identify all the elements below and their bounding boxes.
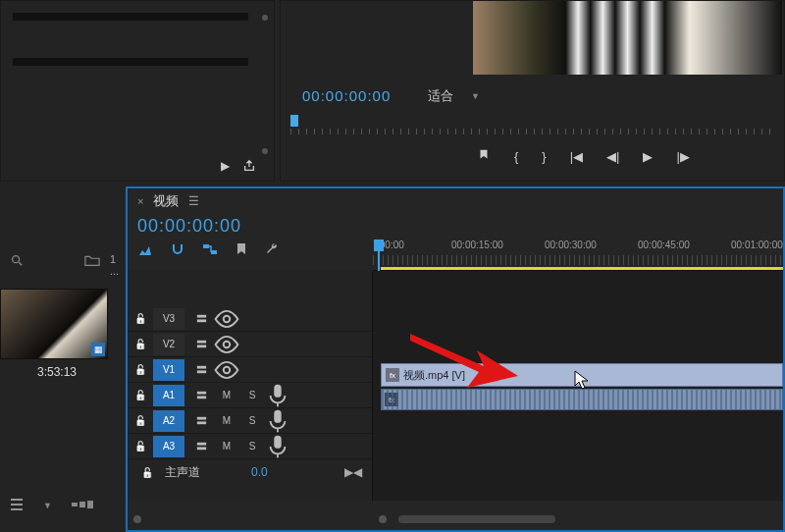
lock-icon[interactable] (128, 306, 153, 332)
sync-lock-icon[interactable] (188, 357, 214, 383)
transport-controls: { } |◀ ◀| ▶ |▶ (477, 148, 690, 165)
sequence-title[interactable]: 视频 (153, 192, 179, 210)
track-header-v1[interactable]: V1 (128, 357, 372, 383)
master-track-header[interactable]: 🔓 主声道 0.0 ▶◀ (128, 459, 372, 485)
settings-wrench-icon[interactable] (265, 242, 279, 259)
lock-icon[interactable] (128, 383, 153, 408)
voice-over-mic-icon[interactable] (265, 434, 290, 459)
mark-in-button[interactable]: { (514, 149, 518, 164)
track-label[interactable]: A2 (153, 410, 184, 432)
scroll-end-left[interactable] (133, 515, 141, 523)
lock-icon[interactable] (128, 357, 153, 383)
collapse-icon[interactable]: ▶◀ (344, 465, 362, 479)
step-back-button[interactable]: ◀| (606, 149, 619, 164)
toggle-output-eye-icon[interactable] (214, 332, 239, 357)
nest-sequence-icon[interactable] (137, 242, 153, 259)
svg-point-14 (224, 366, 231, 373)
svg-rect-6 (196, 315, 205, 318)
voice-over-mic-icon[interactable] (265, 408, 290, 434)
go-to-in-button[interactable]: |◀ (570, 149, 583, 164)
toggle-output-eye-icon[interactable] (214, 357, 239, 383)
timeline-horizontal-scrollbar[interactable] (128, 512, 783, 526)
fx-badge-icon[interactable]: fx (386, 368, 399, 382)
scroll-end-right[interactable] (379, 515, 387, 523)
project-clip-thumbnail[interactable]: ▦ (0, 289, 108, 359)
master-label: 主声道 (165, 464, 200, 481)
scrubber-handle[interactable] (290, 115, 298, 127)
program-scrubber[interactable] (290, 115, 774, 134)
ruler-tick-label: 00:00:15:00 (451, 239, 503, 250)
lock-icon[interactable]: 🔓 (141, 467, 153, 478)
track-label[interactable]: A1 (153, 385, 184, 406)
item-count-label: 1 ... (110, 253, 123, 277)
svg-rect-1 (72, 503, 78, 506)
svg-rect-3 (87, 501, 93, 508)
track-label[interactable]: V1 (153, 359, 184, 381)
step-forward-button[interactable]: |▶ (676, 149, 689, 164)
folder-icon[interactable] (84, 253, 100, 270)
lock-icon[interactable] (128, 332, 153, 357)
track-header-v3[interactable]: V3 (128, 306, 372, 332)
timeline-timecode[interactable]: 00:00:00:00 (128, 212, 783, 237)
tracks-content-area[interactable]: fx 视频.mp4 [V] fx (373, 271, 783, 501)
video-clip[interactable]: fx 视频.mp4 [V] (381, 363, 783, 387)
linked-selection-icon[interactable] (202, 242, 218, 259)
program-timecode[interactable]: 00:00:00:00 (302, 87, 391, 104)
track-label[interactable]: A3 (153, 436, 184, 457)
panel-strip (13, 58, 248, 66)
project-panel: 1 ... ▦ 3:53:13 ▼ (0, 186, 123, 520)
panel-menu-icon[interactable]: ☰ (188, 194, 199, 208)
panel-strip (13, 13, 248, 21)
thumbnail-slider-icon[interactable] (72, 499, 93, 512)
lock-icon[interactable] (128, 434, 153, 459)
sync-lock-icon[interactable] (188, 306, 214, 332)
search-icon[interactable] (10, 253, 24, 270)
audio-clip[interactable]: fx (381, 389, 783, 410)
svg-rect-9 (196, 341, 205, 344)
solo-button[interactable]: S (239, 434, 265, 459)
track-header-a3[interactable]: A3 M S (128, 434, 372, 459)
chevron-down-icon: ▼ (471, 91, 480, 101)
track-header-v2[interactable]: V2 (128, 332, 372, 357)
voice-over-mic-icon[interactable] (265, 383, 290, 408)
mark-out-button[interactable]: } (542, 149, 546, 164)
scroll-marker[interactable] (262, 15, 268, 21)
play-button[interactable]: ▶ (643, 149, 653, 164)
sync-lock-icon[interactable] (188, 383, 214, 408)
solo-button[interactable]: S (239, 408, 265, 434)
svg-rect-4 (203, 244, 209, 248)
track-label[interactable]: V3 (153, 308, 184, 330)
ruler-tick-label: 00:00:30:00 (545, 239, 597, 250)
sync-lock-icon[interactable] (188, 408, 214, 434)
export-icon[interactable] (242, 159, 256, 173)
toggle-output-eye-icon[interactable] (214, 306, 239, 332)
add-marker-button[interactable] (477, 148, 491, 165)
svg-rect-12 (196, 366, 205, 369)
track-label[interactable]: V2 (153, 334, 184, 355)
fit-label: 适合 (428, 87, 453, 105)
track-header-a1[interactable]: A1 M S (128, 383, 372, 408)
svg-rect-13 (196, 370, 205, 373)
solo-button[interactable]: S (239, 383, 265, 408)
marker-icon[interactable] (236, 242, 247, 259)
audio-waveform (382, 390, 782, 409)
master-value[interactable]: 0.0 (251, 465, 268, 479)
list-view-icon[interactable] (10, 499, 24, 513)
mute-button[interactable]: M (214, 408, 239, 434)
play-icon[interactable]: ▶ (221, 159, 235, 173)
scrollbar-thumb[interactable] (398, 515, 555, 523)
mute-button[interactable]: M (214, 434, 239, 459)
close-tab-icon[interactable]: × (137, 195, 143, 207)
track-header-a2[interactable]: A2 M S (128, 408, 372, 434)
svg-point-8 (224, 315, 231, 322)
work-area-bar[interactable] (381, 267, 783, 270)
mute-button[interactable]: M (214, 383, 239, 408)
lock-icon[interactable] (128, 408, 153, 434)
svg-rect-23 (274, 435, 281, 448)
sync-lock-icon[interactable] (188, 332, 214, 357)
snap-icon[interactable] (171, 242, 184, 259)
scroll-marker[interactable] (262, 148, 268, 154)
chevron-down-icon[interactable]: ▼ (43, 501, 52, 510)
sync-lock-icon[interactable] (188, 434, 214, 459)
zoom-fit-dropdown[interactable]: 适合 ▼ (428, 85, 501, 107)
